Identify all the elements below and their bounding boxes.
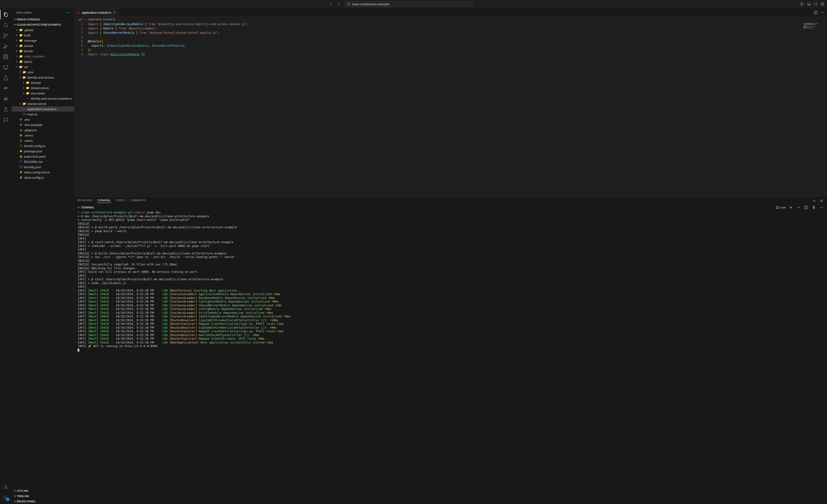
svg-point-38 xyxy=(822,12,823,13)
section-timeline[interactable]: TIMELINE xyxy=(11,494,74,499)
tree-folder-use-cases[interactable]: 📁use-cases xyxy=(11,91,74,96)
tree-folder-github[interactable]: 📁.github xyxy=(11,27,74,33)
tree-folder-docker[interactable]: 📁docker xyxy=(11,43,74,48)
activity-source-control[interactable] xyxy=(0,31,11,41)
tree-file-main-ts[interactable]: TSmain.ts xyxy=(11,112,74,117)
layout-sidebar-right-icon[interactable] xyxy=(813,1,818,7)
section-bruno[interactable]: BRUNO PANEL xyxy=(11,499,74,504)
tree-folder-domain[interactable]: 📁domain xyxy=(11,80,74,85)
minimap[interactable] xyxy=(804,23,825,37)
layout-sidebar-left-icon[interactable] xyxy=(800,1,805,7)
tree-folder-identity-and-access[interactable]: 📂identity-and-access xyxy=(11,75,74,80)
nav-forward-button[interactable] xyxy=(336,1,341,7)
activity-accounts[interactable] xyxy=(0,483,11,492)
editor-more-button[interactable] xyxy=(820,10,825,15)
files-icon xyxy=(3,12,9,17)
activity-docker[interactable] xyxy=(0,84,11,93)
tree-file-env-example[interactable]: ⚙.env.example xyxy=(11,122,74,128)
tree-file-application-module[interactable]: ◈application.module.ts xyxy=(11,106,74,112)
tree-folder-coverage[interactable]: 📁coverage xyxy=(11,38,74,43)
svg-point-39 xyxy=(823,12,824,13)
chevron-right-icon xyxy=(15,55,18,58)
activity-bruno[interactable] xyxy=(0,94,11,104)
activity-share[interactable] xyxy=(0,105,11,114)
editor-tab-application-module[interactable]: ◈ application.module.ts xyxy=(74,8,119,16)
tree-folder-src[interactable]: 📂src xyxy=(11,64,74,69)
code-content[interactable]: import { IdentityAndAccessModule } from … xyxy=(88,22,827,197)
activity-remote[interactable] xyxy=(0,62,11,72)
arrow-left-icon xyxy=(329,2,333,6)
nav-back-button[interactable] xyxy=(328,1,334,7)
terminal-line: [API] [Nest] 10418 - 10/10/2024, 9:32:38… xyxy=(78,293,824,296)
arrow-right-icon xyxy=(337,2,340,6)
svg-point-0 xyxy=(347,3,349,5)
command-center-search[interactable]: clean-architecture-example xyxy=(344,1,474,7)
tree-file-iam-module[interactable]: ◈identity-and-access.module.ts xyxy=(11,96,74,101)
terminal-profile[interactable]: node xyxy=(776,206,786,209)
tree-file-drizzle-config[interactable]: ☵drizzle.config.ts xyxy=(11,143,74,149)
tree-file-nvmrc[interactable]: ⬢.nvmrc xyxy=(11,133,74,138)
tab-close-button[interactable] xyxy=(112,10,116,14)
new-terminal-button[interactable] xyxy=(788,205,793,210)
terminal-more-button[interactable] xyxy=(819,205,824,210)
tree-file-pnpm-lock[interactable]: ▦pnpm-lock.yaml xyxy=(11,154,74,159)
ellipsis-icon xyxy=(821,10,824,14)
activity-settings[interactable]: 1 xyxy=(0,493,11,503)
terminal-line: [BUILD] Watching for file changes. xyxy=(78,267,824,270)
tree-file-gitignore[interactable]: ◆.gitignore xyxy=(11,128,74,133)
code-editor[interactable]: 12345678 import { IdentityAndAccessModul… xyxy=(74,22,827,197)
kill-terminal-button[interactable] xyxy=(811,205,817,210)
drizzle-icon: ☵ xyxy=(19,144,23,148)
panel-tab-ports[interactable]: PORTS xyxy=(116,199,125,203)
trash-icon xyxy=(812,206,816,209)
activity-testing[interactable] xyxy=(0,73,11,83)
panel-tab-terminal[interactable]: TERMINAL xyxy=(97,199,111,203)
tree-folder-shared-kernel[interactable]: 📁shared-kernel xyxy=(11,101,74,106)
breadcrumb-file[interactable]: application.module.ts xyxy=(88,18,115,21)
terminal-output[interactable]: ➜ clean-architecture-example git:(main) … xyxy=(74,210,827,504)
split-editor-button[interactable] xyxy=(813,10,818,15)
section-label: DEBUG CONSOLE xyxy=(17,18,40,21)
activity-run-debug[interactable] xyxy=(0,42,11,51)
tree-file-vitest[interactable]: ⚡vitest.config.ts xyxy=(11,175,74,180)
tree-folder-specs[interactable]: 📁specs xyxy=(11,59,74,64)
breadcrumb-src[interactable]: src xyxy=(79,18,83,21)
activity-search[interactable] xyxy=(0,20,11,30)
tree-file-readme[interactable]: ⓘREADME.md xyxy=(11,159,74,164)
customize-layout-icon[interactable] xyxy=(820,1,825,7)
panel-close-button[interactable] xyxy=(819,198,824,203)
section-debug-console[interactable]: DEBUG CONSOLE xyxy=(11,17,74,22)
folder-icon: 📁 xyxy=(26,86,30,90)
tree-file-vitest-e2e[interactable]: ⚡vitest.config.e2e.ts xyxy=(11,169,74,175)
panel-tab-comments[interactable]: COMMENTS xyxy=(130,199,146,203)
panel-maximize-button[interactable] xyxy=(812,198,817,203)
section-outline[interactable]: OUTLINE xyxy=(11,488,74,494)
tree-folder-drizzle[interactable]: 📁drizzle xyxy=(11,48,74,54)
terminal-line: [API] [Nest] 10418 - 10/10/2024, 9:32:38… xyxy=(78,318,824,322)
svg-rect-3 xyxy=(801,3,802,5)
terminal-line: [BUILD] > swc ./src --ignore **/*.spec.t… xyxy=(78,255,824,259)
activity-explorer[interactable] xyxy=(0,10,11,19)
tree-file-swcrc[interactable]: {}.swcrc xyxy=(11,138,74,143)
split-terminal-button[interactable] xyxy=(804,205,809,210)
activity-chat[interactable] xyxy=(0,115,11,125)
panel-tab-problems[interactable]: PROBLEMS xyxy=(77,199,93,203)
angular-icon: ◈ xyxy=(85,18,87,21)
tree-file-package-json[interactable]: ⬢package.json xyxy=(11,149,74,154)
breadcrumbs[interactable]: src › ◈ application.module.ts › ... xyxy=(74,17,827,22)
tree-folder-core[interactable]: 📁core xyxy=(11,69,74,75)
terminal-icon xyxy=(776,206,779,209)
section-project[interactable]: CLEAN-ARCHITECTURE-EXAMPLE xyxy=(11,22,74,27)
activity-extensions[interactable] xyxy=(0,52,11,61)
panel-tabs: PROBLEMS TERMINAL PORTS COMMENTS xyxy=(74,197,827,205)
layout-panel-icon[interactable] xyxy=(807,1,812,7)
terminal-dropdown-button[interactable] xyxy=(796,205,801,210)
tree-folder-build[interactable]: 📁build xyxy=(11,33,74,38)
tree-folder-infrastructure[interactable]: 📁infrastructure xyxy=(11,85,74,91)
search-text: clean-architecture-example xyxy=(352,2,389,6)
breadcrumb-more[interactable]: ... xyxy=(118,18,120,21)
tree-file-tsconfig[interactable]: TStsconfig.json xyxy=(11,164,74,169)
tree-file-env[interactable]: ⚙.env xyxy=(11,117,74,122)
explorer-more-button[interactable] xyxy=(66,10,71,15)
tree-folder-node-modules[interactable]: 📁node_modules xyxy=(11,54,74,59)
